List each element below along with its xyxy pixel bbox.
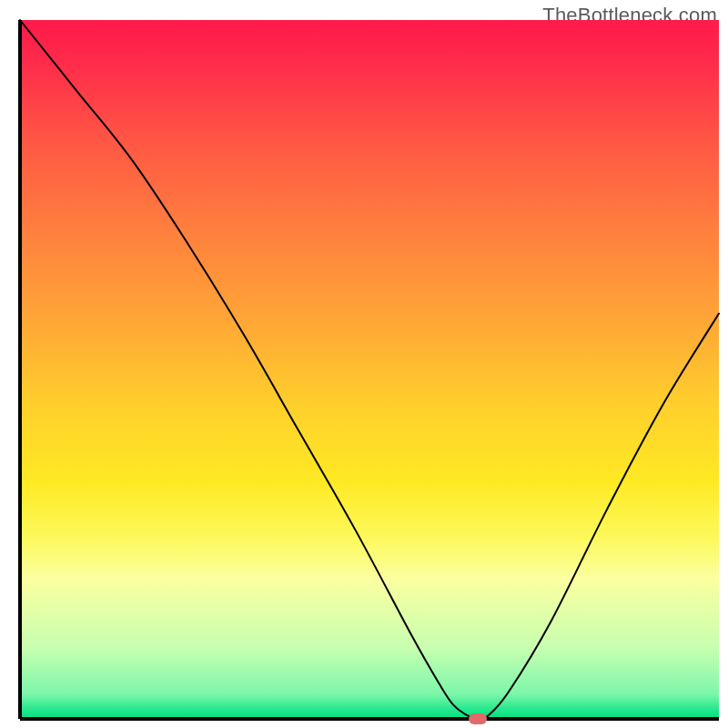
bottleneck-pill <box>469 713 487 724</box>
chart-background <box>20 20 719 719</box>
bottleneck-chart: TheBottleneck.com <box>0 0 728 728</box>
chart-svg <box>0 0 728 728</box>
